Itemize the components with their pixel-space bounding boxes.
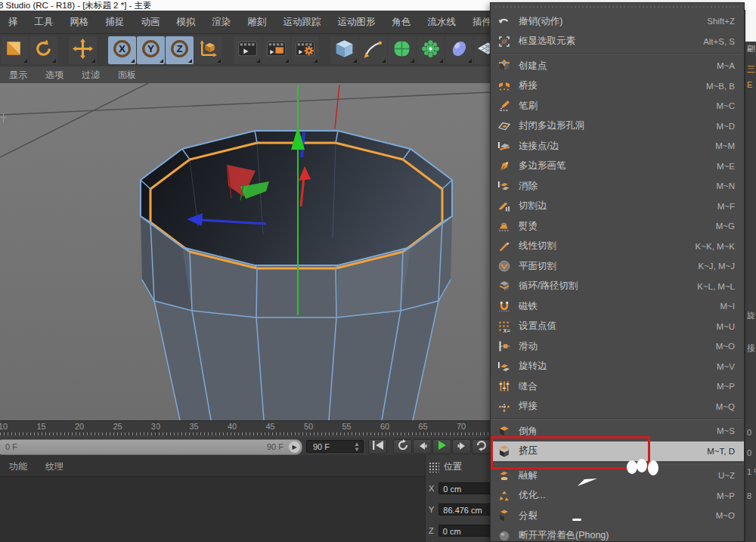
menu-tearoff-grip[interactable]: [495, 4, 739, 10]
toolbar-button[interactable]: [417, 36, 445, 64]
clipped-ui-fragment: E: [747, 80, 752, 89]
menu-shortcut: M~V: [717, 362, 735, 371]
coordinate-input[interactable]: 0 cm: [438, 525, 493, 537]
rotate-edge-icon: [496, 359, 513, 374]
clipped-ui-fragment: 1 %: [747, 467, 756, 476]
menubar-item[interactable]: 渲染: [204, 16, 240, 29]
timeline-tick-label: 20: [68, 422, 91, 431]
magnet-icon: [496, 299, 513, 314]
timeline-tick-marks: [0, 432, 499, 435]
stitch-icon: [496, 379, 513, 394]
menubar-item[interactable]: 运动图形: [330, 16, 384, 29]
lock-z-axis-icon: Z: [168, 37, 191, 63]
context-menu-item[interactable]: 缝合 M~P: [491, 376, 744, 397]
toolbar-button[interactable]: [445, 36, 473, 64]
context-menu-item[interactable]: 桥接 M~B, B: [491, 76, 744, 97]
context-menu-item[interactable]: 循环/路径切割 K~L, M~L: [491, 277, 744, 297]
menubar-item[interactable]: 工具: [26, 16, 62, 29]
menu-shortcut: M~B, B: [706, 82, 735, 91]
connect-points-edges-icon: [496, 138, 513, 153]
axis-label: X: [429, 484, 434, 493]
transport-button[interactable]: [452, 439, 471, 454]
toolbar-button[interactable]: Z: [166, 36, 194, 64]
toolbar-button[interactable]: [29, 36, 57, 64]
current-frame-field[interactable]: 90 F ▲▼: [306, 440, 364, 453]
toolbar-button[interactable]: [69, 36, 97, 64]
context-menu-item[interactable]: 焊接 M~Q: [491, 397, 744, 417]
menubar-item[interactable]: 捕捉: [98, 16, 133, 29]
transport-gap: [388, 439, 393, 454]
frame-spinner-icon[interactable]: ▲▼: [354, 441, 360, 452]
transport-button[interactable]: [432, 439, 451, 454]
clipped-ui-fragment: 三: [747, 63, 755, 75]
toolbar-button[interactable]: [234, 36, 262, 64]
context-menu-item[interactable]: 旋转边 M~V: [491, 357, 744, 377]
context-menu-item[interactable]: x= 设置点值 M~U: [491, 317, 744, 337]
context-menu-item[interactable]: 断开平滑着色(Phong): [491, 526, 744, 542]
clipped-ui-fragment: 8: [747, 491, 751, 500]
window-title: 8 Studio (RC - R18) - [未标题 2 *] - 主要: [0, 1, 152, 10]
context-menu-item[interactable]: 创建点 M~A: [491, 56, 744, 76]
material-menu-item[interactable]: 纹理: [36, 460, 73, 473]
context-menu-item[interactable]: 磁铁 M~I: [491, 296, 744, 317]
transport-button[interactable]: [472, 439, 491, 454]
toolbar-button[interactable]: [194, 36, 222, 64]
menubar-item[interactable]: 动画: [133, 16, 169, 29]
context-menu-item[interactable]: 消除 M~N: [491, 176, 744, 197]
coordinate-input[interactable]: 86.476 cm: [438, 503, 493, 516]
menubar-item[interactable]: 择: [0, 16, 26, 29]
transport-button[interactable]: [368, 439, 387, 454]
toolbar-button[interactable]: [262, 36, 290, 64]
frame-range-slider[interactable]: 0 F 90 F ▶: [0, 439, 302, 455]
add-primitive-cube-icon: [333, 37, 356, 63]
transport-button[interactable]: [393, 439, 412, 454]
render-region-icon: [265, 37, 288, 63]
toolbar-button[interactable]: X: [108, 36, 136, 64]
viewport-menu-item[interactable]: 选项: [36, 69, 73, 82]
context-menu-item[interactable]: 框显选取元素 Alt+S, S: [491, 32, 744, 52]
material-menu-item[interactable]: 功能: [0, 460, 36, 473]
context-menu-item[interactable]: 分裂 M~O: [491, 506, 744, 526]
loop-path-cut-icon: [496, 279, 513, 294]
context-menu-item[interactable]: 滑动 M~O: [491, 336, 744, 357]
material-manager-area[interactable]: [0, 476, 425, 542]
context-menu-item[interactable]: 平面切割 K~J, M~J: [491, 256, 744, 277]
transport-button[interactable]: [413, 439, 432, 454]
context-menu-item[interactable]: 切割边 M~F: [491, 197, 744, 217]
menubar-item[interactable]: 模拟: [169, 16, 204, 29]
menubar-item[interactable]: 运动跟踪: [275, 16, 330, 29]
timeline-tick-label: 55: [336, 422, 358, 431]
coordinate-input[interactable]: 0 cm: [438, 482, 493, 494]
menubar-item[interactable]: 流水线: [420, 16, 465, 29]
context-menu-item[interactable]: 线性切割 K~K, M~K: [491, 237, 744, 257]
menubar-item[interactable]: 雕刻: [240, 16, 275, 29]
context-menu-item[interactable]: 撤销(动作) Shift+Z: [491, 11, 744, 32]
toolbar-button[interactable]: [1, 36, 29, 64]
context-menu-item[interactable]: 笔刷 M~C: [491, 96, 744, 116]
toolbar-button[interactable]: [291, 36, 319, 64]
timeline-tick-label: 45: [259, 422, 282, 431]
context-menu-item[interactable]: 熨烫 M~G: [491, 216, 744, 237]
play-forward-icon: [437, 440, 447, 454]
menubar-item[interactable]: 网格: [62, 16, 98, 29]
menu-shortcut: M~I: [720, 302, 736, 311]
menubar-item[interactable]: 角色: [384, 16, 420, 29]
add-deformer-icon: [419, 37, 442, 63]
toolbar-button[interactable]: [359, 36, 387, 64]
melt-icon: [496, 468, 513, 483]
context-menu-item[interactable]: 连接点/边 M~M: [491, 136, 744, 156]
loop-playback-icon: [476, 439, 488, 454]
toolbar-button[interactable]: Y: [137, 36, 165, 64]
viewport-menu-item[interactable]: 显示: [0, 69, 36, 82]
axis-label: Z: [429, 526, 434, 535]
context-menu-item[interactable]: 封闭多边形孔洞 M~D: [491, 116, 744, 137]
toolbar-button[interactable]: [388, 36, 416, 64]
menu-shortcut: Shift+Z: [707, 17, 735, 26]
viewport-menu-item[interactable]: 过滤: [73, 69, 109, 82]
range-slider-handle-icon[interactable]: ▶: [289, 441, 300, 453]
viewport-menu-item[interactable]: 面板: [109, 69, 145, 82]
weld-icon: [496, 399, 513, 414]
context-menu-item[interactable]: 多边形画笔 M~E: [491, 156, 744, 177]
context-menu-item[interactable]: 优化... M~P: [491, 486, 744, 506]
toolbar-button[interactable]: [330, 36, 358, 64]
